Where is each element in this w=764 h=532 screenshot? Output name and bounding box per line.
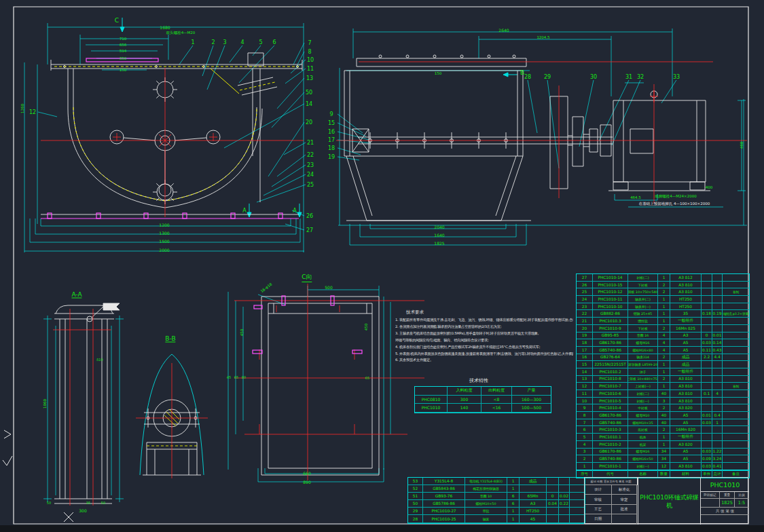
table-cell [702,441,712,449]
table-cell: <8 [481,396,512,404]
table-cell: 日期 [585,514,612,524]
table-cell: 上筛板 10×480×750 [628,376,658,383]
table-cell: 140 [448,404,481,413]
table-cell: A5 [670,347,702,354]
table-cell: 2 [658,325,670,332]
table-cell: 25 [577,288,593,296]
front-view-centerlines [41,68,304,217]
table-cell: 螺栓M10×50 [465,500,507,508]
table-cell [723,361,749,368]
table-cell: GB882-86 [593,310,628,318]
table-cell: 10 [577,398,593,405]
table-cell: 垫圈 10 [465,493,507,500]
table-cell: 成品 [520,478,547,485]
table-cell: 0.19 [712,310,723,318]
table-cell: 2 [577,455,593,463]
table-cell: <16 [481,404,512,413]
table-cell: 14 [577,368,593,376]
table-cell: 15 [577,361,593,368]
note-line: 5. 外表面:机体内外表面涂灰色防锈底漆及面漆,涂漆前将表面清理干净(去锈蚀、油… [395,351,573,358]
table-cell: 螺母M10 [628,412,658,419]
table-cell: A5 [670,455,702,463]
table-cell: 53 [408,478,423,485]
table-cell: 0.41 [712,463,723,470]
table-cell [723,318,749,325]
table-cell: 一般组件 [670,368,702,376]
table-cell: 机架 [628,441,658,449]
field-header-stage: 阶段标记 [701,492,720,499]
table-cell: 4 [658,347,670,354]
table-cell [723,390,749,398]
table-cell: 22515N/22515T [593,361,628,368]
table-cell [570,508,585,515]
table-cell: PHC1010-3 [593,426,628,434]
table-cell [570,493,585,500]
table-cell: 7 [577,419,593,427]
table-cell [570,500,585,508]
table-cell: 中衬板 [628,404,658,412]
table-cell: GB5740-86 [593,455,628,463]
table-cell: 销轴 25×45 [628,310,658,318]
c-view-dimlines [228,286,390,482]
table-cell: PHC1010-7 [593,383,628,390]
table-cell: PHC1010-8 [593,376,628,383]
table-cell: 6 [577,426,593,434]
table-cell: 0.03 [702,419,712,427]
table-cell: 0.02 [559,493,570,500]
table-cell: 8 [577,412,593,419]
table-cell [723,449,749,456]
table-cell: GB6170-86 [593,449,628,456]
table-cell: 螺母M16 [628,449,658,456]
table-cell: 40 [658,412,670,419]
table-cell: 1 [658,368,670,376]
table-cell: 22 [577,310,593,318]
table-cell: PHC1010-11 [593,296,628,303]
side-view-b-arrow [503,73,517,77]
side-view-body [344,55,710,221]
table-cell: 螺栓M10×35 [628,419,658,427]
table-cell [702,383,712,390]
table-cell: A3 [670,332,702,340]
table-cell: 1 [507,478,520,485]
table-cell: 12 [577,383,593,390]
table-cell: 1 [658,296,670,303]
table-cell: 1 [658,383,670,390]
table-cell: 1 [658,310,670,318]
side-view-dimlines [338,28,747,245]
table-cell [702,288,712,296]
table-cell: 审定 [612,495,637,504]
table-cell [415,387,448,396]
table-cell: A5 [670,419,702,427]
table-cell [702,426,712,434]
table-cell [712,288,723,296]
field-header-weight: 重量 [720,492,735,499]
table-cell [702,318,712,325]
table-cell: 入料粒度 [448,387,481,396]
table-cell: 100—500 [512,404,551,413]
aa-view-body [54,303,120,504]
table-cell: 衬板(二) [628,390,658,398]
table-cell: 下衬板 [628,282,658,289]
table-cell [723,455,749,463]
table-cell: PHC1010.1 [593,434,628,441]
table-cell: 螺栓M16×50 [628,455,658,463]
table-cell: 4 [658,332,670,340]
table-cell: PHC1010-12 [593,288,628,296]
spec-table-title: 技术特性 [445,377,513,384]
table-cell: PHC1010-15 [593,282,628,289]
product-name: PHC1010环锤式碎煤机 [638,478,701,525]
table-cell: PHC1010-25 [423,515,465,522]
table-cell: 9 [577,404,593,412]
table-cell: 上衬板(一) [628,383,658,390]
table-cell [712,426,723,434]
table-cell: 16Mn δ25 [670,325,702,332]
table-cell: 0.01 [702,412,712,419]
aa-view-dimlines [43,316,124,502]
table-cell: A3 δ20 [670,441,702,449]
table-cell [702,376,712,383]
table-cell: 1 [577,463,593,470]
table-cell [723,434,749,441]
table-cell: 衬板(二) [628,274,658,282]
table-cell: 2 [658,282,670,289]
table-cell: 1 [712,419,723,427]
